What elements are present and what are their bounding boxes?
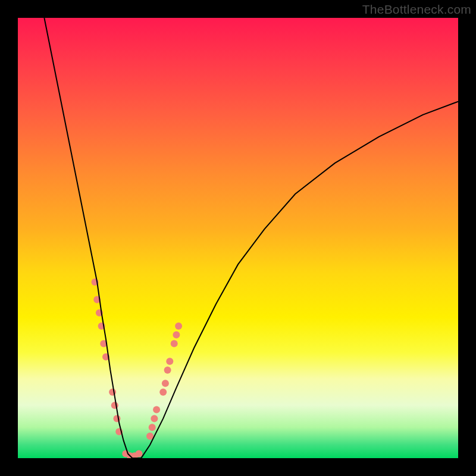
data-dot <box>159 389 167 396</box>
plot-area <box>18 18 458 458</box>
data-dots <box>92 278 183 458</box>
data-dot <box>151 415 158 422</box>
data-dot <box>171 340 178 347</box>
data-dot <box>109 389 116 396</box>
data-dot <box>111 402 118 409</box>
data-dot <box>149 424 156 431</box>
data-dot <box>114 415 121 422</box>
data-dot <box>173 331 180 339</box>
data-dot <box>136 450 143 458</box>
data-dot <box>162 380 169 387</box>
data-dot <box>175 322 182 330</box>
watermark-text: TheBottleneck.com <box>362 2 471 17</box>
data-dot <box>166 358 173 365</box>
bottleneck-curve <box>44 18 458 458</box>
curve-svg <box>18 18 458 458</box>
data-dot <box>153 406 160 414</box>
chart-frame: TheBottleneck.com <box>0 0 476 476</box>
data-dot <box>164 367 171 374</box>
